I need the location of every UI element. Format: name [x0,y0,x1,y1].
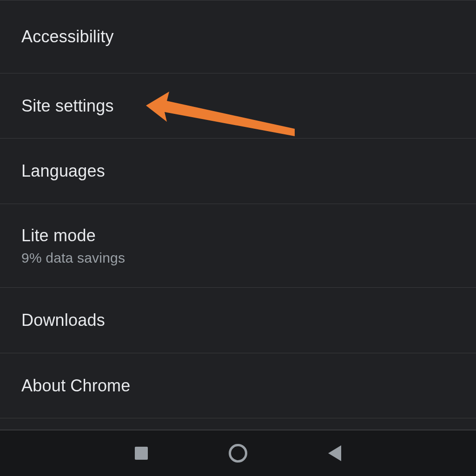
square-icon [135,447,148,460]
item-subtitle: 9% data savings [21,250,455,266]
settings-item-downloads[interactable]: Downloads [0,287,476,353]
settings-item-about-chrome[interactable]: About Chrome [0,353,476,418]
overview-button[interactable] [118,439,165,467]
home-button[interactable] [215,439,261,467]
item-title: Site settings [21,96,455,116]
item-title: Lite mode [21,226,455,245]
settings-item-accessibility[interactable]: Accessibility [0,0,476,73]
settings-list: Accessibility Site settings Languages Li… [0,0,476,418]
settings-item-lite-mode[interactable]: Lite mode 9% data savings [0,204,476,287]
settings-item-languages[interactable]: Languages [0,138,476,204]
item-title: Languages [21,161,455,181]
item-title: About Chrome [21,376,455,396]
navigation-bar [0,430,476,476]
back-button[interactable] [311,439,358,467]
circle-icon [229,444,247,463]
settings-item-site-settings[interactable]: Site settings [0,73,476,138]
item-title: Accessibility [21,27,455,46]
item-title: Downloads [21,311,455,330]
triangle-icon [328,445,341,461]
